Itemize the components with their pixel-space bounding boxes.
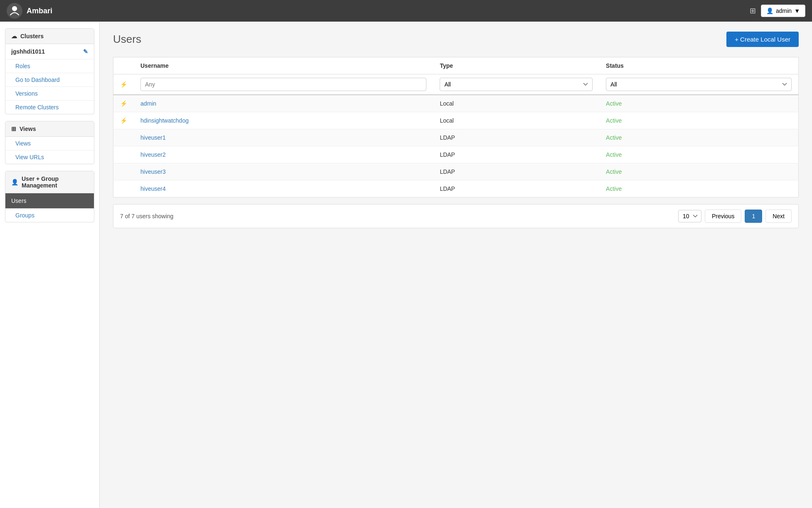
user-link[interactable]: admin	[140, 100, 156, 107]
next-button[interactable]: Next	[765, 210, 792, 223]
users-list: ⚡ admin Local Active ⚡ hdinsightwatchdog…	[113, 95, 799, 197]
table-row: hiveuser2 LDAP Active	[113, 146, 799, 163]
per-page-select[interactable]: 10 25 50	[678, 210, 701, 222]
type-col-header: Type	[433, 57, 599, 74]
pagination-right: 10 25 50 Previous 1 Next	[678, 210, 792, 223]
table-row: ⚡ hdinsightwatchdog Local Active	[113, 112, 799, 129]
row-type-cell: Local	[433, 112, 599, 129]
row-icon-cell	[113, 129, 134, 146]
user-group-section: 👤 User + Group Management Users Groups	[5, 171, 94, 222]
row-icon-cell: ⚡	[113, 95, 134, 112]
user-link[interactable]: hiveuser4	[140, 185, 166, 192]
main-content: Users + Create Local User Username Type …	[100, 22, 812, 508]
cluster-name: jgshhdi1011	[11, 48, 45, 55]
chevron-down-icon: ▼	[794, 7, 800, 14]
topnav: Ambari ⊞ 👤 admin ▼	[0, 0, 812, 22]
row-username-cell: hiveuser2	[134, 146, 433, 163]
user-group-label: User + Group Management	[22, 175, 88, 189]
row-type-cell: LDAP	[433, 129, 599, 146]
row-icon-cell	[113, 146, 134, 163]
row-status-cell: Active	[599, 129, 798, 146]
row-username-cell: hiveuser3	[134, 163, 433, 180]
filter-row: ⚡ All Local LDAP All	[113, 74, 799, 95]
clusters-label: Clusters	[20, 33, 44, 39]
row-username-cell: hdinsightwatchdog	[134, 112, 433, 129]
status-col-header: Status	[599, 57, 798, 74]
pagination-bar: 7 of 7 users showing 10 25 50 Previous 1…	[113, 204, 799, 228]
sidebar-item-dashboard[interactable]: Go to Dashboard	[5, 73, 94, 87]
pagination-info: 7 of 7 users showing	[120, 213, 173, 219]
table-row: hiveuser1 LDAP Active	[113, 129, 799, 146]
admin-label: admin	[776, 7, 792, 14]
sidebar-item-versions[interactable]: Versions	[5, 87, 94, 101]
row-username-cell: hiveuser4	[134, 180, 433, 197]
user-group-section-header: 👤 User + Group Management	[5, 171, 94, 193]
cloud-icon: ☁	[11, 33, 17, 39]
user-icon: 👤	[766, 7, 773, 14]
row-type-cell: Local	[433, 95, 599, 112]
row-icon-cell: ⚡	[113, 112, 134, 129]
page-header: Users + Create Local User	[113, 32, 799, 47]
topnav-right: ⊞ 👤 admin ▼	[750, 5, 805, 17]
sidebar-item-view-urls[interactable]: View URLs	[5, 150, 94, 164]
grid-icon[interactable]: ⊞	[750, 6, 756, 15]
filter-username-cell	[134, 74, 433, 95]
topnav-left: Ambari	[7, 3, 52, 19]
sidebar-item-groups[interactable]: Groups	[5, 209, 94, 222]
status-filter-select[interactable]: All Active Inactive	[606, 78, 792, 91]
users-table: Username Type Status ⚡ All Local	[113, 57, 799, 197]
row-icon-cell	[113, 163, 134, 180]
row-type-cell: LDAP	[433, 180, 599, 197]
sidebar-item-roles[interactable]: Roles	[5, 59, 94, 73]
user-link[interactable]: hiveuser1	[140, 134, 166, 141]
username-col-header: Username	[134, 57, 433, 74]
layout: ☁ Clusters jgshhdi1011 ✎ Roles Go to Das…	[0, 22, 812, 508]
sidebar: ☁ Clusters jgshhdi1011 ✎ Roles Go to Das…	[0, 22, 100, 508]
edit-icon[interactable]: ✎	[83, 48, 88, 55]
row-status-cell: Active	[599, 95, 798, 112]
user-link[interactable]: hdinsightwatchdog	[140, 117, 189, 124]
clusters-section: ☁ Clusters jgshhdi1011 ✎ Roles Go to Das…	[5, 28, 94, 114]
cluster-item: jgshhdi1011 ✎	[5, 44, 94, 59]
app-title: Ambari	[27, 7, 52, 15]
icon-col-header	[113, 57, 134, 74]
row-status-cell: Active	[599, 180, 798, 197]
page-1-button[interactable]: 1	[745, 210, 762, 223]
row-type-cell: LDAP	[433, 146, 599, 163]
row-username-cell: admin	[134, 95, 433, 112]
row-status-cell: Active	[599, 163, 798, 180]
views-section: ⊞ Views Views View URLs	[5, 121, 94, 164]
sidebar-item-views[interactable]: Views	[5, 137, 94, 150]
row-status-cell: Active	[599, 112, 798, 129]
username-filter-input[interactable]	[140, 78, 426, 91]
create-local-user-button[interactable]: + Create Local User	[726, 32, 799, 47]
previous-button[interactable]: Previous	[705, 210, 741, 223]
bolt-icon: ⚡	[120, 81, 127, 88]
sidebar-item-users[interactable]: Users	[5, 193, 94, 209]
row-username-cell: hiveuser1	[134, 129, 433, 146]
user-link[interactable]: hiveuser2	[140, 151, 166, 158]
bolt-icon: ⚡	[120, 117, 127, 124]
admin-menu-button[interactable]: 👤 admin ▼	[761, 5, 805, 17]
bolt-icon: ⚡	[120, 100, 127, 107]
row-type-cell: LDAP	[433, 163, 599, 180]
row-status-cell: Active	[599, 146, 798, 163]
table-row: hiveuser4 LDAP Active	[113, 180, 799, 197]
table-row: ⚡ admin Local Active	[113, 95, 799, 112]
clusters-section-header: ☁ Clusters	[5, 29, 94, 44]
svg-point-0	[12, 6, 17, 11]
sidebar-item-remote-clusters[interactable]: Remote Clusters	[5, 101, 94, 114]
views-section-header: ⊞ Views	[5, 121, 94, 137]
views-grid-icon: ⊞	[11, 126, 16, 132]
filter-type-cell: All Local LDAP	[433, 74, 599, 95]
user-group-icon: 👤	[11, 179, 18, 185]
filter-status-cell: All Active Inactive	[599, 74, 798, 95]
user-link[interactable]: hiveuser3	[140, 168, 166, 175]
page-title: Users	[113, 33, 141, 46]
row-icon-cell	[113, 180, 134, 197]
table-header: Username Type Status	[113, 57, 799, 74]
table-row: hiveuser3 LDAP Active	[113, 163, 799, 180]
filter-icon-cell: ⚡	[113, 74, 134, 95]
type-filter-select[interactable]: All Local LDAP	[440, 78, 593, 91]
ambari-logo	[7, 3, 22, 19]
